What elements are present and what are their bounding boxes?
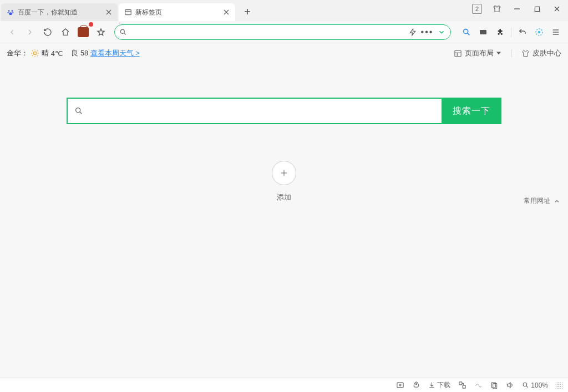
tab-strip: 百度一下，你就知道 新标签页: [0, 0, 255, 21]
back-button[interactable]: [4, 24, 20, 40]
svg-point-47: [399, 384, 401, 386]
tab-count-badge[interactable]: 2: [468, 1, 486, 17]
forward-button[interactable]: [22, 24, 38, 40]
info-bar: 金华： 晴 4℃ 良 58 查看本周天气 > 页面布局 皮肤中心: [0, 43, 568, 63]
zoom-label: 100%: [531, 381, 548, 389]
window-maximize-button[interactable]: [528, 1, 546, 17]
address-bar[interactable]: •••: [114, 24, 451, 40]
reader-button[interactable]: [488, 380, 500, 390]
resize-grip[interactable]: [556, 382, 562, 389]
zoom-control[interactable]: 100%: [520, 380, 550, 390]
svg-line-19: [124, 33, 125, 34]
volume-button[interactable]: [504, 380, 516, 390]
menu-button[interactable]: [548, 24, 564, 40]
tab-title: 百度一下，你就知道: [18, 8, 104, 17]
svg-point-3: [12, 12, 13, 13]
window-minimize-button[interactable]: [508, 1, 526, 17]
refresh-button[interactable]: [40, 24, 55, 40]
svg-point-42: [76, 108, 80, 113]
weather-condition: 晴: [42, 49, 49, 58]
svg-line-34: [32, 50, 33, 51]
chevron-down-icon[interactable]: [436, 27, 447, 38]
svg-marker-41: [496, 52, 501, 55]
status-bar: 下载 100%: [0, 378, 568, 392]
layout-controls: 页面布局 皮肤中心: [454, 49, 561, 58]
window-close-button[interactable]: [548, 1, 566, 17]
new-tab-button[interactable]: [240, 4, 255, 19]
separator: [511, 49, 511, 57]
svg-point-2: [7, 12, 8, 13]
svg-point-21: [464, 29, 468, 33]
svg-marker-17: [98, 29, 104, 35]
bag-button[interactable]: [75, 24, 91, 40]
city-label: 金华：: [7, 49, 28, 58]
chevron-up-icon: [554, 198, 560, 205]
search-input[interactable]: [87, 99, 442, 123]
browser-toolbar: •••: [0, 21, 568, 43]
toolbar-actions: [459, 24, 564, 40]
download-button[interactable]: 下载: [426, 379, 453, 391]
svg-line-56: [526, 386, 528, 388]
plus-icon: [279, 168, 289, 178]
search-button[interactable]: 搜索一下: [442, 98, 501, 124]
weather-widget: 金华： 晴 4℃ 良 58 查看本周天气 >: [7, 49, 140, 58]
shirt-icon[interactable]: [488, 1, 506, 17]
more-icon[interactable]: •••: [422, 27, 433, 38]
rocket-button[interactable]: [410, 380, 423, 390]
svg-point-25: [538, 30, 541, 33]
search-field-wrap[interactable]: [67, 98, 442, 124]
address-input[interactable]: [128, 28, 407, 36]
svg-line-37: [32, 55, 33, 56]
svg-marker-54: [508, 383, 511, 388]
shirt-icon: [521, 49, 530, 58]
air-value: 58: [80, 49, 88, 57]
svg-point-1: [12, 10, 13, 12]
favorite-button[interactable]: [93, 24, 109, 40]
gesture-button[interactable]: [472, 380, 485, 390]
translate-button[interactable]: [456, 380, 469, 390]
add-label: 添加: [277, 193, 291, 202]
undo-button[interactable]: [515, 24, 530, 40]
svg-line-36: [37, 50, 38, 51]
weather-link[interactable]: 查看本周天气 >: [90, 49, 140, 58]
add-shortcut: 添加: [0, 161, 568, 202]
svg-rect-23: [480, 30, 486, 34]
svg-line-22: [468, 33, 470, 35]
notification-dot: [89, 22, 93, 27]
svg-rect-51: [463, 385, 465, 388]
tab-close-button[interactable]: [222, 8, 231, 17]
tab-baidu[interactable]: 百度一下，你就知道: [1, 3, 118, 21]
svg-point-29: [33, 52, 36, 54]
screenshot-button[interactable]: [394, 380, 407, 390]
svg-line-35: [37, 55, 38, 56]
add-shortcut-button[interactable]: [272, 161, 296, 185]
svg-rect-38: [455, 50, 461, 56]
lightning-icon[interactable]: [407, 27, 418, 38]
svg-line-43: [80, 112, 82, 114]
svg-rect-7: [125, 9, 131, 14]
paw-icon: [7, 8, 14, 16]
video-button[interactable]: [475, 24, 491, 40]
extensions-button[interactable]: [492, 24, 508, 40]
tab-close-button[interactable]: [104, 8, 113, 17]
svg-point-48: [416, 384, 417, 385]
air-label: 良: [71, 49, 78, 58]
weather-temp: 4℃: [51, 49, 63, 58]
search-icon: [74, 106, 83, 115]
download-label: 下载: [437, 380, 450, 390]
search-button[interactable]: [459, 24, 474, 40]
tab-newtab[interactable]: 新标签页: [119, 3, 235, 21]
common-sites-toggle[interactable]: 常用网址: [524, 196, 560, 206]
svg-rect-46: [397, 383, 403, 388]
sync-button[interactable]: [531, 24, 547, 40]
theme-center-label: 皮肤中心: [532, 49, 561, 58]
theme-center-button[interactable]: 皮肤中心: [521, 49, 561, 58]
newtab-content: 搜索一下 常用网址 添加: [0, 98, 568, 202]
window-controls: 2: [468, 1, 566, 17]
window-titlebar: 百度一下，你就知道 新标签页 2: [0, 0, 568, 21]
page-layout-button[interactable]: 页面布局: [454, 49, 501, 58]
home-button[interactable]: [58, 24, 73, 40]
page-icon: [124, 8, 132, 16]
svg-point-0: [8, 10, 10, 12]
svg-point-18: [120, 29, 124, 33]
